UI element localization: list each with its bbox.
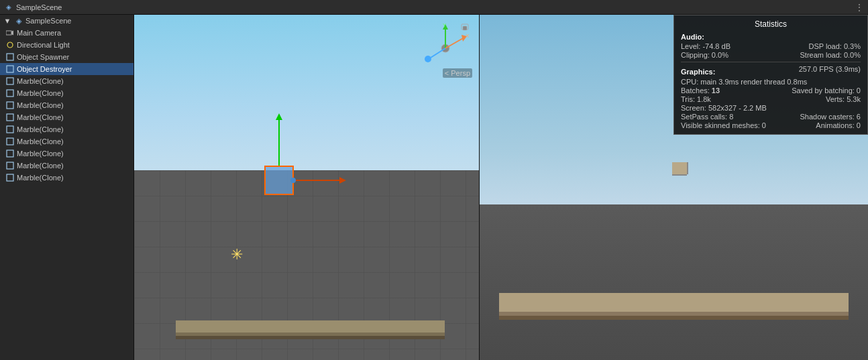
scene-selected-object[interactable] (264, 166, 294, 195)
hierarchy-item-object-destroyer[interactable]: Object Destroyer (0, 63, 133, 75)
hierarchy-label-marble-5: Marble(Clone) (17, 137, 64, 145)
hierarchy-item-marble-2[interactable]: Marble(Clone) (0, 99, 133, 111)
stats-graphics-row: Graphics: 257.0 FPS (3.9ms) (681, 65, 861, 77)
hierarchy-item-marble-4[interactable]: Marble(Clone) (0, 123, 133, 135)
stats-saved: Saved by batching: 0 (792, 86, 861, 95)
svg-rect-24 (463, 26, 467, 30)
svg-rect-8 (7, 114, 13, 121)
transform-arrow-right[interactable] (294, 180, 341, 181)
hierarchy-label-marble-6: Marble(Clone) (17, 149, 64, 158)
hierarchy-label-marble-0: Marble(Clone) (17, 77, 64, 85)
marble-icon-3 (5, 113, 15, 122)
marble-icon-5 (5, 137, 15, 146)
scene-gizmo[interactable]: Y X (419, 21, 472, 75)
hierarchy-label-marble-2: Marble(Clone) (17, 101, 64, 109)
svg-point-2 (7, 42, 13, 48)
svg-rect-10 (7, 138, 13, 145)
hierarchy-item-marble-5[interactable]: Marble(Clone) (0, 135, 133, 147)
scene-icon: ◈ (4, 3, 13, 12)
hierarchy-item-marble-7[interactable]: Marble(Clone) (0, 160, 133, 172)
spawner-cube-icon (5, 52, 15, 62)
svg-point-20 (425, 56, 431, 62)
hierarchy-item-directional-light[interactable]: Directional Light (0, 39, 133, 51)
stats-shadow: Shadow casters: 6 (800, 113, 861, 121)
stats-batches-val: 13 (712, 86, 720, 95)
stats-tris-row: Tris: 1.8k Verts: 5.3k (681, 95, 861, 103)
transform-arrow-up[interactable] (278, 119, 280, 166)
stats-divider-1 (681, 62, 861, 62)
stats-screen-row: Screen: 582x327 - 2.2 MB (681, 104, 861, 112)
hierarchy-label-object-spawner: Object Spawner (17, 53, 69, 61)
hierarchy-item-marble-8[interactable]: Marble(Clone) (0, 172, 133, 184)
hierarchy-label-marble-3: Marble(Clone) (17, 113, 64, 121)
marble-icon-1 (5, 88, 15, 98)
scene-view[interactable]: ✳ (134, 15, 479, 360)
marble-icon-0 (5, 76, 15, 86)
game-platform (499, 293, 849, 312)
stats-vsm: Visible skinned meshes: 0 (681, 121, 766, 129)
svg-rect-6 (7, 90, 13, 97)
svg-rect-12 (7, 162, 13, 169)
stats-cpu: CPU: main 3.9ms render thread 0.8ms (681, 78, 807, 86)
svg-text:X: X (466, 33, 470, 39)
svg-rect-9 (7, 126, 13, 133)
light-icon (5, 40, 15, 50)
stats-setpass-row: SetPass calls: 8 Shadow casters: 6 (681, 113, 861, 121)
stats-batches: Batches: 13 (681, 86, 720, 95)
hierarchy-item-marble-1[interactable]: Marble(Clone) (0, 87, 133, 99)
stats-audio-label: Audio: (681, 33, 861, 41)
hierarchy-item-object-spawner[interactable]: Object Spawner (0, 51, 133, 63)
scene-expand-icon: ▼ (3, 16, 12, 25)
hierarchy-item-main-camera[interactable]: Main Camera (0, 27, 133, 39)
hierarchy-label-marble-8: Marble(Clone) (17, 174, 64, 182)
stats-anim: Animations: 0 (816, 121, 861, 129)
stats-screen: Screen: 582x327 - 2.2 MB (681, 104, 767, 112)
hierarchy-panel: ▼ ◈ SampleScene Main Camera Directional … (0, 15, 134, 360)
cube-handle (290, 178, 296, 183)
stats-clipping: Clipping: 0.0% (681, 51, 728, 59)
stats-title: Statistics (681, 19, 861, 29)
scene-object-icon: ◈ (14, 16, 23, 25)
svg-text:Y: Y (443, 22, 447, 28)
hierarchy-item-samplescene[interactable]: ▼ ◈ SampleScene (0, 15, 133, 27)
scene-sun-icon: ✳ (231, 246, 243, 263)
stats-fps: 257.0 FPS (3.9ms) (799, 65, 861, 77)
stats-level: Level: -74.8 dB (681, 42, 730, 50)
stats-verts: Verts: 5.3k (826, 95, 861, 103)
main-layout: ▼ ◈ SampleScene Main Camera Directional … (0, 15, 868, 360)
hierarchy-label-samplescene: SampleScene (25, 17, 72, 25)
camera-icon (5, 28, 15, 38)
hierarchy-item-marble-6[interactable]: Marble(Clone) (0, 147, 133, 160)
stats-panel: Statistics Audio: Level: -74.8 dB DSP lo… (673, 15, 868, 135)
top-bar: ◈ SampleScene ⋮ (0, 0, 868, 15)
game-small-cube (672, 162, 687, 174)
stats-tris: Tris: 1.8k (681, 95, 711, 103)
hierarchy-item-marble-0[interactable]: Marble(Clone) (0, 75, 133, 87)
stats-setpass: SetPass calls: 8 (681, 113, 733, 121)
scene-persp-label: < Persp (443, 68, 472, 78)
hierarchy-label-object-destroyer: Object Destroyer (17, 65, 72, 73)
hierarchy-label-marble-1: Marble(Clone) (17, 89, 64, 97)
stats-batches-row: Batches: 13 Saved by batching: 0 (681, 86, 861, 95)
hierarchy-label-marble-7: Marble(Clone) (17, 162, 64, 170)
stats-graphics-label: Graphics: (681, 68, 715, 76)
marble-icon-6 (5, 149, 15, 158)
svg-line-19 (431, 48, 445, 58)
hierarchy-label-directional-light: Directional Light (17, 41, 70, 49)
svg-line-17 (445, 38, 464, 48)
selected-cube[interactable] (264, 166, 294, 195)
stats-vsm-row: Visible skinned meshes: 0 Animations: 0 (681, 121, 861, 129)
marble-icon-7 (5, 161, 15, 170)
scene-platform (176, 320, 445, 333)
svg-rect-11 (7, 150, 13, 157)
stats-cpu-row: CPU: main 3.9ms render thread 0.8ms (681, 78, 861, 86)
hierarchy-label-main-camera: Main Camera (17, 29, 61, 37)
hierarchy-label-marble-4: Marble(Clone) (17, 125, 64, 133)
menu-icon[interactable]: ⋮ (855, 2, 864, 13)
stats-dsp: DSP load: 0.3% (809, 42, 861, 50)
marble-icon-2 (5, 101, 15, 110)
game-view: Statistics Audio: Level: -74.8 dB DSP lo… (479, 15, 868, 360)
hierarchy-item-marble-3[interactable]: Marble(Clone) (0, 111, 133, 123)
svg-rect-5 (7, 78, 13, 84)
stats-level-row: Level: -74.8 dB DSP load: 0.3% (681, 42, 861, 50)
